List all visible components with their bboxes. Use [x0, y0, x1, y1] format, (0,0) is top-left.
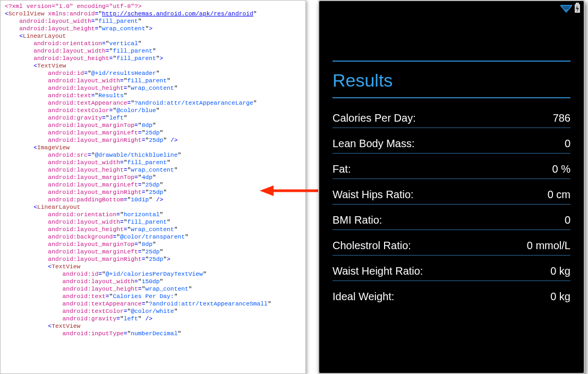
metric-value: 0	[565, 214, 570, 226]
header-separator	[333, 97, 570, 98]
metric-label: Fat:	[333, 163, 351, 175]
metric-row: BMI Ratio:0	[333, 205, 570, 230]
metric-row: Cholestrol Ratio:0 mmol/L	[333, 230, 570, 255]
metric-value: 0 mmol/L	[527, 240, 570, 252]
xml-code[interactable]: <?xml version="1.0" encoding="utf-8"?> <…	[5, 3, 301, 337]
metric-row: Waist Height Ratio:0 kg	[333, 256, 570, 280]
metric-label: Cholestrol Ratio:	[333, 240, 411, 252]
metric-label: Waist Hips Ratio:	[333, 189, 414, 201]
status-bar	[319, 1, 584, 15]
metric-row: Ideal Weight:0 kg	[333, 281, 570, 306]
battery-charging-icon	[574, 3, 581, 13]
metric-value: 0	[565, 138, 570, 150]
metric-value: 0 %	[552, 163, 570, 175]
metric-value: 0 kg	[550, 291, 570, 303]
metric-label: BMI Ratio:	[333, 214, 382, 226]
metric-label: Calories Per Day:	[333, 112, 416, 124]
top-divider	[333, 61, 570, 62]
metric-value: 786	[553, 112, 570, 124]
metric-value: 0 cm	[548, 189, 570, 201]
metric-row: Calories Per Day:786	[333, 103, 570, 128]
wifi-icon	[560, 3, 572, 13]
svg-rect-6	[576, 3, 579, 4]
results-header: Results	[333, 70, 570, 91]
metrics-list: Calories Per Day:786Lean Body Mass:0Fat:…	[333, 103, 570, 306]
metric-label: Ideal Weight:	[333, 291, 394, 303]
metric-row: Lean Body Mass:0	[333, 128, 570, 153]
phone-frame: Results Calories Per Day:786Lean Body Ma…	[318, 0, 585, 374]
metric-row: Fat:0 %	[333, 154, 570, 178]
metric-value: 0 kg	[550, 265, 570, 277]
metric-row: Waist Hips Ratio:0 cm	[333, 179, 570, 204]
xml-code-panel: <?xml version="1.0" encoding="utf-8"?> <…	[0, 0, 306, 374]
metric-label: Lean Body Mass:	[333, 138, 415, 150]
metric-label: Waist Height Ratio:	[333, 265, 423, 277]
